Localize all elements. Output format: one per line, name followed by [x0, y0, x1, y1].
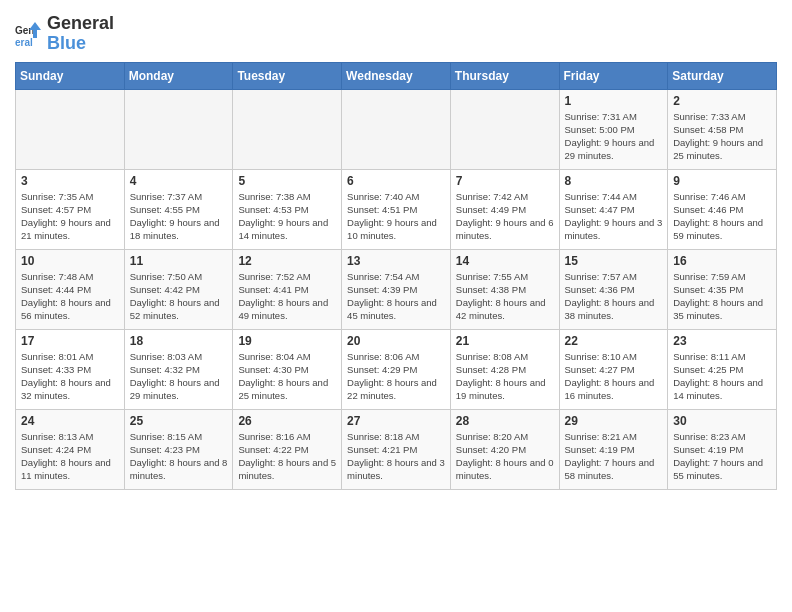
day-number: 4 [130, 174, 228, 188]
calendar-cell: 13Sunrise: 7:54 AM Sunset: 4:39 PM Dayli… [342, 249, 451, 329]
calendar-table: SundayMondayTuesdayWednesdayThursdayFrid… [15, 62, 777, 490]
day-number: 10 [21, 254, 119, 268]
day-info: Sunrise: 7:52 AM Sunset: 4:41 PM Dayligh… [238, 270, 336, 323]
day-number: 27 [347, 414, 445, 428]
day-number: 25 [130, 414, 228, 428]
day-info: Sunrise: 7:33 AM Sunset: 4:58 PM Dayligh… [673, 110, 771, 163]
calendar-cell: 19Sunrise: 8:04 AM Sunset: 4:30 PM Dayli… [233, 329, 342, 409]
calendar-cell: 2Sunrise: 7:33 AM Sunset: 4:58 PM Daylig… [668, 89, 777, 169]
day-number: 7 [456, 174, 554, 188]
calendar-week-row: 10Sunrise: 7:48 AM Sunset: 4:44 PM Dayli… [16, 249, 777, 329]
day-info: Sunrise: 8:04 AM Sunset: 4:30 PM Dayligh… [238, 350, 336, 403]
calendar-cell: 23Sunrise: 8:11 AM Sunset: 4:25 PM Dayli… [668, 329, 777, 409]
day-info: Sunrise: 7:38 AM Sunset: 4:53 PM Dayligh… [238, 190, 336, 243]
header-day-thursday: Thursday [450, 62, 559, 89]
day-info: Sunrise: 8:21 AM Sunset: 4:19 PM Dayligh… [565, 430, 663, 483]
day-info: Sunrise: 8:01 AM Sunset: 4:33 PM Dayligh… [21, 350, 119, 403]
day-number: 24 [21, 414, 119, 428]
day-number: 23 [673, 334, 771, 348]
day-number: 26 [238, 414, 336, 428]
logo-text: GeneralBlue [47, 14, 114, 54]
day-number: 3 [21, 174, 119, 188]
calendar-week-row: 3Sunrise: 7:35 AM Sunset: 4:57 PM Daylig… [16, 169, 777, 249]
calendar-cell: 26Sunrise: 8:16 AM Sunset: 4:22 PM Dayli… [233, 409, 342, 489]
day-info: Sunrise: 7:37 AM Sunset: 4:55 PM Dayligh… [130, 190, 228, 243]
header-day-saturday: Saturday [668, 62, 777, 89]
day-number: 17 [21, 334, 119, 348]
day-number: 5 [238, 174, 336, 188]
day-info: Sunrise: 7:44 AM Sunset: 4:47 PM Dayligh… [565, 190, 663, 243]
svg-text:eral: eral [15, 37, 33, 48]
day-number: 21 [456, 334, 554, 348]
calendar-cell: 29Sunrise: 8:21 AM Sunset: 4:19 PM Dayli… [559, 409, 668, 489]
calendar-cell: 12Sunrise: 7:52 AM Sunset: 4:41 PM Dayli… [233, 249, 342, 329]
day-number: 11 [130, 254, 228, 268]
calendar-cell [16, 89, 125, 169]
day-info: Sunrise: 8:10 AM Sunset: 4:27 PM Dayligh… [565, 350, 663, 403]
day-info: Sunrise: 8:15 AM Sunset: 4:23 PM Dayligh… [130, 430, 228, 483]
day-number: 18 [130, 334, 228, 348]
day-info: Sunrise: 7:57 AM Sunset: 4:36 PM Dayligh… [565, 270, 663, 323]
logo-icon: Gen eral [15, 20, 43, 48]
header: Gen eral GeneralBlue [15, 10, 777, 54]
day-info: Sunrise: 8:06 AM Sunset: 4:29 PM Dayligh… [347, 350, 445, 403]
day-number: 22 [565, 334, 663, 348]
day-info: Sunrise: 7:50 AM Sunset: 4:42 PM Dayligh… [130, 270, 228, 323]
day-number: 14 [456, 254, 554, 268]
day-number: 8 [565, 174, 663, 188]
calendar-week-row: 24Sunrise: 8:13 AM Sunset: 4:24 PM Dayli… [16, 409, 777, 489]
calendar-cell: 6Sunrise: 7:40 AM Sunset: 4:51 PM Daylig… [342, 169, 451, 249]
day-number: 29 [565, 414, 663, 428]
calendar-cell: 16Sunrise: 7:59 AM Sunset: 4:35 PM Dayli… [668, 249, 777, 329]
calendar-cell: 20Sunrise: 8:06 AM Sunset: 4:29 PM Dayli… [342, 329, 451, 409]
day-info: Sunrise: 8:08 AM Sunset: 4:28 PM Dayligh… [456, 350, 554, 403]
day-info: Sunrise: 7:40 AM Sunset: 4:51 PM Dayligh… [347, 190, 445, 243]
day-number: 20 [347, 334, 445, 348]
day-number: 28 [456, 414, 554, 428]
logo: Gen eral GeneralBlue [15, 14, 114, 54]
header-day-wednesday: Wednesday [342, 62, 451, 89]
day-info: Sunrise: 7:59 AM Sunset: 4:35 PM Dayligh… [673, 270, 771, 323]
calendar-cell: 3Sunrise: 7:35 AM Sunset: 4:57 PM Daylig… [16, 169, 125, 249]
day-number: 12 [238, 254, 336, 268]
day-number: 2 [673, 94, 771, 108]
day-info: Sunrise: 7:46 AM Sunset: 4:46 PM Dayligh… [673, 190, 771, 243]
calendar-cell: 11Sunrise: 7:50 AM Sunset: 4:42 PM Dayli… [124, 249, 233, 329]
day-number: 1 [565, 94, 663, 108]
day-number: 16 [673, 254, 771, 268]
header-day-monday: Monday [124, 62, 233, 89]
calendar-cell: 9Sunrise: 7:46 AM Sunset: 4:46 PM Daylig… [668, 169, 777, 249]
calendar-cell: 7Sunrise: 7:42 AM Sunset: 4:49 PM Daylig… [450, 169, 559, 249]
calendar-cell [124, 89, 233, 169]
calendar-cell [450, 89, 559, 169]
calendar-cell: 1Sunrise: 7:31 AM Sunset: 5:00 PM Daylig… [559, 89, 668, 169]
day-info: Sunrise: 8:11 AM Sunset: 4:25 PM Dayligh… [673, 350, 771, 403]
day-number: 30 [673, 414, 771, 428]
calendar-cell: 27Sunrise: 8:18 AM Sunset: 4:21 PM Dayli… [342, 409, 451, 489]
day-number: 13 [347, 254, 445, 268]
day-info: Sunrise: 8:16 AM Sunset: 4:22 PM Dayligh… [238, 430, 336, 483]
calendar-cell: 24Sunrise: 8:13 AM Sunset: 4:24 PM Dayli… [16, 409, 125, 489]
calendar-cell: 5Sunrise: 7:38 AM Sunset: 4:53 PM Daylig… [233, 169, 342, 249]
day-info: Sunrise: 8:18 AM Sunset: 4:21 PM Dayligh… [347, 430, 445, 483]
calendar-cell: 14Sunrise: 7:55 AM Sunset: 4:38 PM Dayli… [450, 249, 559, 329]
calendar-cell [342, 89, 451, 169]
calendar-cell: 4Sunrise: 7:37 AM Sunset: 4:55 PM Daylig… [124, 169, 233, 249]
calendar-header-row: SundayMondayTuesdayWednesdayThursdayFrid… [16, 62, 777, 89]
calendar-week-row: 17Sunrise: 8:01 AM Sunset: 4:33 PM Dayli… [16, 329, 777, 409]
calendar-cell: 17Sunrise: 8:01 AM Sunset: 4:33 PM Dayli… [16, 329, 125, 409]
calendar-cell: 30Sunrise: 8:23 AM Sunset: 4:19 PM Dayli… [668, 409, 777, 489]
day-info: Sunrise: 8:20 AM Sunset: 4:20 PM Dayligh… [456, 430, 554, 483]
header-day-tuesday: Tuesday [233, 62, 342, 89]
day-number: 15 [565, 254, 663, 268]
day-number: 9 [673, 174, 771, 188]
calendar-cell: 8Sunrise: 7:44 AM Sunset: 4:47 PM Daylig… [559, 169, 668, 249]
header-day-friday: Friday [559, 62, 668, 89]
day-info: Sunrise: 8:13 AM Sunset: 4:24 PM Dayligh… [21, 430, 119, 483]
header-day-sunday: Sunday [16, 62, 125, 89]
day-info: Sunrise: 7:54 AM Sunset: 4:39 PM Dayligh… [347, 270, 445, 323]
day-info: Sunrise: 8:23 AM Sunset: 4:19 PM Dayligh… [673, 430, 771, 483]
calendar-cell: 10Sunrise: 7:48 AM Sunset: 4:44 PM Dayli… [16, 249, 125, 329]
calendar-cell: 25Sunrise: 8:15 AM Sunset: 4:23 PM Dayli… [124, 409, 233, 489]
day-info: Sunrise: 7:55 AM Sunset: 4:38 PM Dayligh… [456, 270, 554, 323]
